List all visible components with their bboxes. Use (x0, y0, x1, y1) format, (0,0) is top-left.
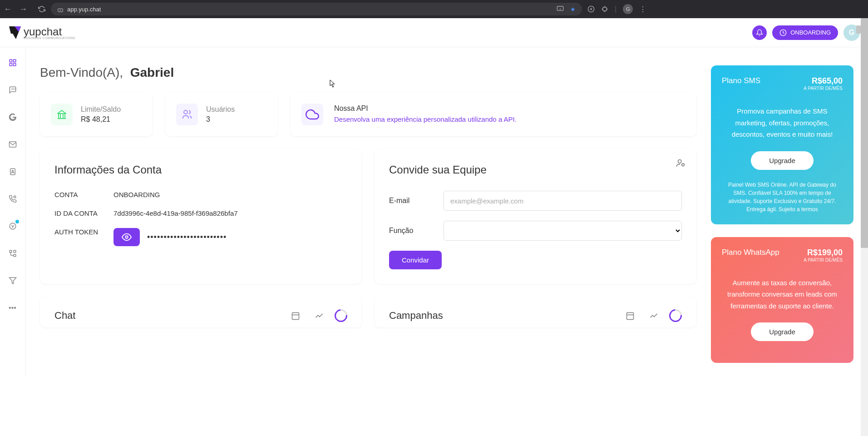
sidebar-item-dashboard[interactable] (8, 58, 17, 67)
plan-sms-per: A PARTIR DE/MÊS (804, 86, 843, 91)
calendar-button[interactable] (622, 307, 638, 324)
balance-card[interactable]: Limite/Saldo R$ 48,21 (40, 93, 153, 136)
browser-chrome: ← → app.yup.chat ★ | G ⋮ (0, 0, 868, 18)
svg-marker-22 (9, 277, 16, 284)
role-select[interactable] (444, 221, 682, 241)
reveal-token-button[interactable] (113, 228, 140, 246)
new-tab-icon[interactable] (587, 5, 595, 13)
bookmark-star-icon[interactable]: ★ (570, 6, 576, 13)
account-label: CONTA (54, 191, 113, 198)
url-text: app.yup.chat (67, 6, 101, 13)
svg-rect-21 (14, 250, 16, 253)
site-settings-icon (57, 6, 64, 12)
onboarding-button[interactable]: ONBOARDING (772, 25, 838, 40)
scrollbar[interactable] (861, 18, 868, 376)
plan-whatsapp-card: Plano WhatsApp R$199,00 A PARTIR DE/MÊS … (711, 237, 853, 363)
logo-subtitle: BUSINESS COMMUNICATIONS (24, 36, 75, 40)
svg-rect-12 (13, 64, 15, 66)
notifications-button[interactable] (752, 25, 767, 40)
extensions-icon[interactable] (601, 5, 608, 13)
sidebar-item-email[interactable] (8, 140, 17, 149)
main-content: Bem-Vindo(A), Gabriel Limite/Saldo R$ 48… (25, 47, 711, 376)
trend-button[interactable] (646, 307, 662, 324)
svg-rect-8 (603, 7, 607, 11)
sidebar-item-filter[interactable] (8, 276, 17, 285)
calendar-button[interactable] (287, 307, 304, 324)
logo[interactable]: yupchat BUSINESS COMMUNICATIONS (8, 25, 75, 40)
upgrade-sms-button[interactable]: Upgrade (751, 151, 814, 170)
sidebar-item-more[interactable]: ••• (8, 303, 17, 312)
logo-mark-icon (8, 25, 22, 40)
svg-rect-27 (292, 312, 299, 319)
page-title: Bem-Vindo(A), Gabriel (40, 65, 696, 80)
users-label: Usuários (206, 105, 235, 114)
sidebar-item-chat[interactable] (8, 222, 17, 231)
campaigns-title: Campanhas (389, 310, 443, 322)
svg-point-16 (12, 170, 13, 172)
balance-label: Limite/Saldo (81, 105, 121, 114)
bell-icon (756, 29, 763, 36)
grid-icon (9, 59, 17, 67)
sidebar-item-sms[interactable]: SMS (8, 85, 17, 94)
invite-button[interactable]: Convidar (389, 251, 442, 269)
svg-point-25 (678, 160, 681, 163)
auth-token-masked: •••••••••••••••••••••••• (147, 233, 227, 242)
plan-sms-card: Plano SMS R$65,00 A PARTIR DE/MÊS Promov… (711, 65, 853, 224)
upgrade-wa-button[interactable]: Upgrade (751, 322, 814, 341)
chat-section: Chat (40, 297, 362, 327)
filter-icon (9, 277, 17, 285)
trend-icon (315, 311, 324, 320)
plan-wa-price: R$199,00 (804, 248, 843, 258)
bank-icon (51, 104, 73, 125)
onboarding-label: ONBOARDING (790, 29, 831, 36)
api-card[interactable]: Nossa API Desenvolva uma experiência per… (291, 93, 696, 136)
menu-icon[interactable]: ⋮ (639, 5, 646, 14)
reload-button[interactable] (38, 5, 45, 13)
url-bar[interactable]: app.yup.chat ★ (51, 3, 582, 15)
cloud-icon (301, 104, 323, 125)
phone-icon (9, 195, 17, 203)
plans-column: Plano SMS R$65,00 A PARTIR DE/MÊS Promov… (711, 47, 868, 376)
manage-accounts-icon (676, 158, 686, 168)
plan-sms-desc: Promova campanhas de SMS marketing, ofer… (722, 105, 843, 140)
install-app-icon[interactable] (557, 5, 564, 13)
eye-icon (122, 232, 132, 242)
invite-team-card: Convide sua Equipe E-mail Função Convida… (375, 149, 696, 284)
chat-title: Chat (54, 310, 75, 322)
plan-sms-price: R$65,00 (804, 76, 843, 86)
role-label: Função (389, 227, 444, 235)
email-label: E-mail (389, 197, 444, 205)
plan-sms-name: Plano SMS (722, 76, 760, 85)
avatar[interactable]: G (843, 25, 860, 41)
calendar-icon (291, 311, 300, 320)
gauge-icon (779, 29, 787, 36)
svg-point-23 (184, 110, 187, 114)
email-field[interactable] (444, 191, 682, 211)
plan-wa-per: A PARTIR DE/MÊS (804, 258, 843, 263)
users-card[interactable]: Usuários 3 (165, 93, 278, 136)
scrollbar-thumb[interactable] (861, 18, 868, 248)
svg-text:SMS: SMS (11, 88, 15, 90)
users-icon (176, 104, 198, 125)
sidebar-item-contacts[interactable] (8, 167, 17, 176)
sidebar-item-google[interactable] (8, 113, 17, 122)
account-info-card: Informações da Conta CONTA ONBOARDING ID… (40, 149, 362, 284)
team-settings-button[interactable] (676, 158, 686, 168)
account-info-title: Informações da Conta (54, 164, 347, 176)
sidebar-item-flow[interactable] (8, 249, 17, 258)
forward-button[interactable]: → (19, 5, 27, 14)
loading-circle-icon[interactable] (332, 307, 350, 324)
google-icon (9, 113, 17, 121)
svg-point-26 (682, 164, 685, 166)
trend-button[interactable] (311, 307, 327, 324)
loading-circle-icon[interactable] (666, 307, 684, 324)
app-header: yupchat BUSINESS COMMUNICATIONS ONBOARDI… (0, 18, 868, 47)
svg-rect-20 (14, 254, 16, 257)
browser-profile[interactable]: G (623, 4, 633, 14)
users-value: 3 (206, 115, 235, 124)
back-button[interactable]: ← (4, 5, 12, 14)
invite-team-title: Convide sua Equipe (389, 164, 682, 176)
sidebar-item-voice[interactable] (8, 194, 17, 203)
flow-icon (9, 249, 17, 258)
svg-point-17 (14, 196, 16, 198)
